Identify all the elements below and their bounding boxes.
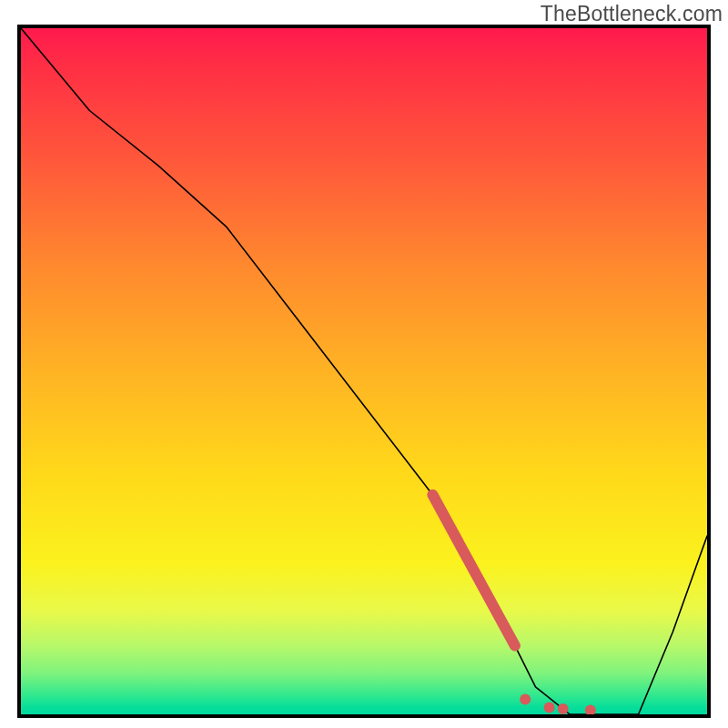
- plot-area: [21, 28, 707, 714]
- accent-dot-3: [585, 705, 596, 715]
- accent-segment: [432, 495, 515, 646]
- plot-svg: [21, 28, 707, 714]
- plot-frame: [17, 25, 711, 718]
- accent-dot-0: [520, 693, 531, 704]
- accent-dot-1: [544, 703, 555, 713]
- bottleneck-curve: [21, 28, 707, 714]
- accent-dot-2: [558, 703, 569, 714]
- watermark-text: TheBottleneck.com: [541, 2, 723, 26]
- chart-canvas: TheBottleneck.com: [0, 0, 728, 728]
